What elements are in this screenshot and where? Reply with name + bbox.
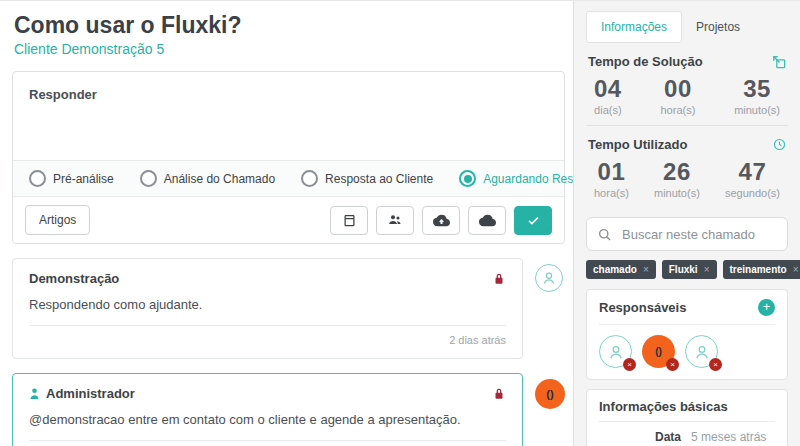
tempo-utilizado-header: Tempo Utilizado: [588, 137, 786, 152]
assign-users-button[interactable]: [376, 206, 414, 235]
clock-icon[interactable]: [773, 138, 786, 151]
ticket-page: Como usar o Fluxki? Cliente Demonstração…: [0, 0, 800, 446]
time-cell: 47 segundo(s): [725, 158, 780, 199]
status-radio-group: Pré-análise Análise do Chamado Resposta …: [13, 160, 564, 197]
responsaveis-header: Responsáveis +: [599, 299, 775, 316]
remove-responsavel-icon[interactable]: ×: [666, 358, 679, 371]
comment-card-administrador: Administrador @demonstracao entre em con…: [12, 373, 523, 446]
comment-footer: 2 dias atrás: [29, 325, 506, 352]
tempo-utilizado-values: 01 hora(s) 26 minuto(s) 47 segundo(s): [586, 155, 788, 207]
responsaveis-avatars: × () × ×: [599, 335, 775, 370]
search-icon: [597, 227, 612, 242]
info-basicas-header: Informações básicas: [599, 399, 775, 414]
comment-row: Demonstração Respondendo como ajudante. …: [12, 258, 565, 359]
responsaveis-title: Responsáveis: [599, 300, 686, 315]
cloud-upload-button[interactable]: [422, 206, 460, 235]
info-basicas-panel: Informações básicas Data 5 meses atrás C…: [586, 389, 788, 446]
users-icon: [387, 212, 403, 228]
info-basicas-title: Informações básicas: [599, 399, 728, 414]
cloud-upload-icon: [433, 213, 450, 228]
tempo-utilizado-title: Tempo Utilizado: [588, 137, 687, 152]
time-cell: 01 hora(s): [594, 158, 629, 199]
tags-row: chamado × Fluxki × treinamento × +: [586, 260, 788, 279]
responsavel-avatar: () ×: [642, 335, 675, 368]
tag-treinamento[interactable]: treinamento ×: [723, 260, 800, 279]
spacer: [599, 414, 775, 421]
template-window-button[interactable]: [330, 206, 368, 235]
remove-tag-icon[interactable]: ×: [793, 264, 799, 275]
search-box: [586, 217, 788, 251]
responsaveis-panel: Responsáveis + × () ×: [586, 289, 788, 380]
time-cell: 04 dia(s): [594, 75, 622, 116]
comment-footer: 2 meses atrás: [29, 440, 506, 446]
page-title: Como usar o Fluxki?: [14, 12, 565, 39]
artigos-button[interactable]: Artigos: [25, 205, 90, 235]
divider: [586, 125, 788, 126]
cloud-icon: [479, 213, 496, 228]
tab-projetos[interactable]: Projetos: [682, 12, 754, 42]
sidebar-tabs: Informações Projetos: [586, 11, 788, 43]
orange-avatar: (): [535, 379, 565, 409]
time-cell: 00 hora(s): [661, 75, 696, 116]
radio-icon[interactable]: [140, 170, 157, 187]
radio-icon[interactable]: [29, 170, 46, 187]
info-value: 5 meses atrás: [691, 430, 775, 444]
comment-author: Administrador: [29, 386, 135, 401]
submit-reply-button[interactable]: [514, 206, 552, 235]
comment-header: Demonstração: [29, 271, 506, 286]
radio-icon-selected[interactable]: [459, 170, 476, 187]
time-cell: 35 minuto(s): [734, 75, 780, 116]
comment-card-demonstracao: Demonstração Respondendo como ajudante. …: [12, 258, 523, 359]
divider: [599, 324, 775, 325]
status-radio-aguardando-resposta[interactable]: Aguardando Resposta: [459, 170, 573, 187]
tab-informacoes[interactable]: Informações: [586, 11, 682, 43]
check-icon: [526, 213, 541, 228]
person-avatar-icon: [535, 264, 563, 292]
corner-arrow-icon[interactable]: [772, 55, 786, 69]
comment-body: Respondendo como ajudante.: [29, 297, 506, 312]
details-sidebar: Informações Projetos Tempo de Solução 04…: [573, 1, 800, 446]
tempo-solucao-values: 04 dia(s) 00 hora(s) 35 minuto(s): [586, 72, 788, 124]
info-label: Data: [599, 430, 681, 444]
status-radio-resposta-ao-cliente[interactable]: Resposta ao Cliente: [301, 170, 433, 187]
reply-composer: Responder Pré-análise Análise do Chamado…: [12, 71, 565, 244]
comment-avatar-col: [535, 264, 565, 292]
person-icon: [29, 388, 40, 400]
responsavel-avatar: ×: [599, 335, 632, 368]
add-responsavel-button[interactable]: +: [758, 299, 775, 316]
window-icon: [342, 213, 357, 228]
reply-placeholder: Responder: [29, 87, 97, 102]
cloud-button[interactable]: [468, 206, 506, 235]
status-radio-pre-analise[interactable]: Pré-análise: [29, 170, 114, 187]
comment-time: 2 dias atrás: [449, 334, 506, 346]
reply-textarea[interactable]: Responder: [13, 72, 564, 160]
remove-responsavel-icon[interactable]: ×: [709, 358, 722, 371]
radio-icon[interactable]: [301, 170, 318, 187]
client-link[interactable]: Cliente Demonstração 5: [14, 41, 565, 57]
comment-body: @demonstracao entre em contato com o cli…: [29, 412, 506, 427]
info-row-data: Data 5 meses atrás: [599, 421, 775, 446]
comment-author: Demonstração: [29, 271, 119, 286]
tag-fluxki[interactable]: Fluxki ×: [662, 260, 717, 279]
tempo-solucao-title: Tempo de Solução: [588, 54, 703, 69]
comment-row: Administrador @demonstracao entre em con…: [12, 373, 565, 446]
composer-actions: Artigos: [13, 197, 564, 243]
responsavel-avatar: ×: [685, 335, 718, 368]
tempo-solucao-header: Tempo de Solução: [588, 54, 786, 69]
time-cell: 26 minuto(s): [654, 158, 700, 199]
ticket-main: Como usar o Fluxki? Cliente Demonstração…: [0, 1, 573, 446]
search-input[interactable]: [620, 226, 777, 243]
status-radio-analise-do-chamado[interactable]: Análise do Chamado: [140, 170, 275, 187]
remove-tag-icon[interactable]: ×: [643, 264, 649, 275]
lock-icon: [492, 387, 506, 401]
remove-responsavel-icon[interactable]: ×: [623, 358, 636, 371]
tag-chamado[interactable]: chamado ×: [586, 260, 656, 279]
composer-icon-buttons: [330, 206, 552, 235]
lock-icon: [492, 272, 506, 286]
comment-header: Administrador: [29, 386, 506, 401]
comment-avatar-col: (): [535, 379, 565, 409]
remove-tag-icon[interactable]: ×: [704, 264, 710, 275]
